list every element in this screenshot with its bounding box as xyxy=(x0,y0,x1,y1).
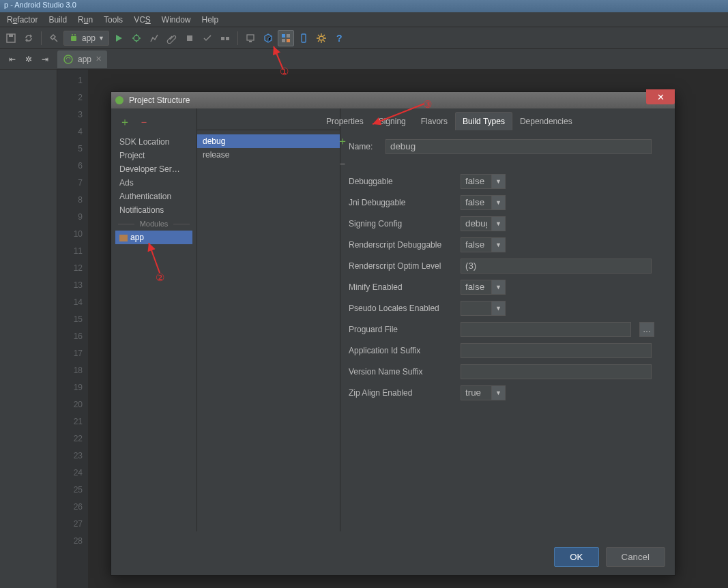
cancel-button[interactable]: Cancel xyxy=(606,547,666,567)
form-row: Signing Config▼ xyxy=(349,213,667,234)
sidebar-item-auth[interactable]: Authentication xyxy=(115,190,192,203)
select-value[interactable] xyxy=(461,174,492,189)
type-debug[interactable]: debug xyxy=(197,134,340,148)
chevron-down-icon[interactable]: ▼ xyxy=(492,216,506,231)
tab-build-types[interactable]: Build Types xyxy=(455,112,512,130)
ok-button[interactable]: OK xyxy=(554,547,598,567)
select-zip-align-enabled[interactable]: ▼ xyxy=(461,385,506,400)
close-icon[interactable]: ✕ xyxy=(96,55,102,63)
run-icon[interactable] xyxy=(111,30,127,46)
menu-help[interactable]: Help xyxy=(196,14,224,26)
menu-window[interactable]: Window xyxy=(156,14,196,26)
sidebar-item-notifications[interactable]: Notifications xyxy=(115,203,192,217)
field-label: Jni Debuggable xyxy=(349,198,455,207)
remove-type-button[interactable]: － xyxy=(337,157,348,171)
line-number: 25 xyxy=(57,482,83,499)
chevron-down-icon[interactable]: ▼ xyxy=(492,280,506,295)
chevron-down-icon[interactable]: ▼ xyxy=(492,385,506,400)
debug-icon[interactable] xyxy=(128,30,145,46)
sidebar-item-sdk[interactable]: SDK Location xyxy=(115,135,192,149)
menu-tools[interactable]: Tools xyxy=(98,14,128,26)
menu-run[interactable]: Run xyxy=(72,14,98,26)
tab-flavors[interactable]: Flavors xyxy=(413,112,455,130)
menu-bar: Refactor Build Run Tools VCS Window Help xyxy=(0,12,728,27)
chevron-down-icon[interactable]: ▼ xyxy=(492,237,506,252)
select-value[interactable] xyxy=(461,195,492,210)
profile-icon[interactable] xyxy=(146,30,162,46)
line-number: 27 xyxy=(57,516,83,533)
text-input[interactable] xyxy=(461,364,652,379)
line-number: 5 xyxy=(57,141,83,158)
file-input[interactable] xyxy=(461,322,631,337)
type-release[interactable]: release xyxy=(197,148,340,162)
collapse-icon[interactable]: ⇤ xyxy=(6,53,18,65)
select-value[interactable] xyxy=(461,301,492,316)
avd-manager-icon[interactable] xyxy=(242,30,259,46)
sync-icon[interactable] xyxy=(20,30,37,46)
expand-icon[interactable]: ⇥ xyxy=(39,53,51,65)
name-label: Name: xyxy=(349,142,380,151)
line-number: 20 xyxy=(57,396,83,413)
menu-build[interactable]: Build xyxy=(43,14,72,26)
line-number: 6 xyxy=(57,158,83,175)
hammer-icon[interactable] xyxy=(46,30,62,46)
remove-module-button[interactable]: － xyxy=(139,115,149,130)
name-input[interactable] xyxy=(385,139,652,154)
select-pseudo-locales-enabled[interactable]: ▼ xyxy=(461,301,506,316)
help-icon[interactable]: ? xyxy=(331,30,347,46)
run-config-combo[interactable]: app ▼ xyxy=(63,31,109,46)
chevron-down-icon[interactable]: ▼ xyxy=(492,174,506,189)
line-number: 1 xyxy=(57,72,83,89)
project-structure-icon[interactable] xyxy=(278,30,294,46)
gear-icon[interactable]: ✲ xyxy=(23,53,35,65)
gradle-icon xyxy=(63,54,74,65)
sdk-manager-icon[interactable] xyxy=(260,30,276,46)
select-renderscript-debuggable[interactable]: ▼ xyxy=(461,237,506,252)
add-module-button[interactable]: ＋ xyxy=(119,115,130,130)
tab-properties[interactable]: Properties xyxy=(319,112,371,130)
select-value[interactable] xyxy=(461,385,492,400)
chevron-down-icon[interactable]: ▼ xyxy=(492,195,506,210)
select-jni-debuggable[interactable]: ▼ xyxy=(461,195,506,210)
select-signing-config[interactable]: ▼ xyxy=(461,216,506,231)
editor-tab-app[interactable]: app ✕ xyxy=(57,50,107,68)
line-number: 3 xyxy=(57,106,83,123)
form-row: Renderscript Optim Level xyxy=(349,255,667,276)
select-value[interactable] xyxy=(461,216,492,231)
attach-icon[interactable] xyxy=(164,30,180,46)
project-panel[interactable] xyxy=(0,70,57,588)
tab-dependencies[interactable]: Dependencies xyxy=(512,112,580,130)
sidebar-item-ads[interactable]: Ads xyxy=(115,176,192,190)
select-minify-enabled[interactable]: ▼ xyxy=(461,280,506,295)
sidebar-module-app[interactable]: app xyxy=(115,231,192,244)
rerun-icon[interactable] xyxy=(217,30,233,46)
close-button[interactable]: ✕ xyxy=(646,89,675,104)
select-value[interactable] xyxy=(461,280,492,295)
tab-row: ⇤ ✲ ⇥ app ✕ xyxy=(0,49,728,70)
add-type-button[interactable]: ＋ xyxy=(337,134,348,149)
apply-changes-icon[interactable] xyxy=(199,30,216,46)
field-label: Minify Enabled xyxy=(349,282,455,292)
dialog-title-bar[interactable]: Project Structure ✕ xyxy=(111,92,675,108)
select-value[interactable] xyxy=(461,237,492,252)
save-icon[interactable] xyxy=(3,30,19,46)
settings-icon[interactable] xyxy=(313,30,330,46)
toolbar-separator xyxy=(237,31,238,45)
text-input[interactable] xyxy=(461,343,652,358)
menu-vcs[interactable]: VCS xyxy=(128,14,156,26)
stop-icon[interactable] xyxy=(181,30,198,46)
text-input[interactable] xyxy=(461,259,652,274)
sidebar-item-project[interactable]: Project xyxy=(115,149,192,162)
svg-rect-11 xyxy=(282,34,285,38)
svg-point-4 xyxy=(74,34,76,35)
menu-refactor[interactable]: Refactor xyxy=(1,14,43,26)
sidebar-add-remove: ＋ － xyxy=(115,115,192,135)
form-row: Renderscript Debuggable▼ xyxy=(349,234,667,255)
tab-signing[interactable]: Signing xyxy=(371,112,413,130)
sidebar-item-devservices[interactable]: Developer Ser… xyxy=(115,162,192,176)
layout-inspector-icon[interactable] xyxy=(295,30,312,46)
dialog-title: Project Structure xyxy=(129,95,190,105)
select-debuggable[interactable]: ▼ xyxy=(461,174,506,189)
chevron-down-icon[interactable]: ▼ xyxy=(492,301,506,316)
browse-button[interactable]: … xyxy=(639,322,654,337)
